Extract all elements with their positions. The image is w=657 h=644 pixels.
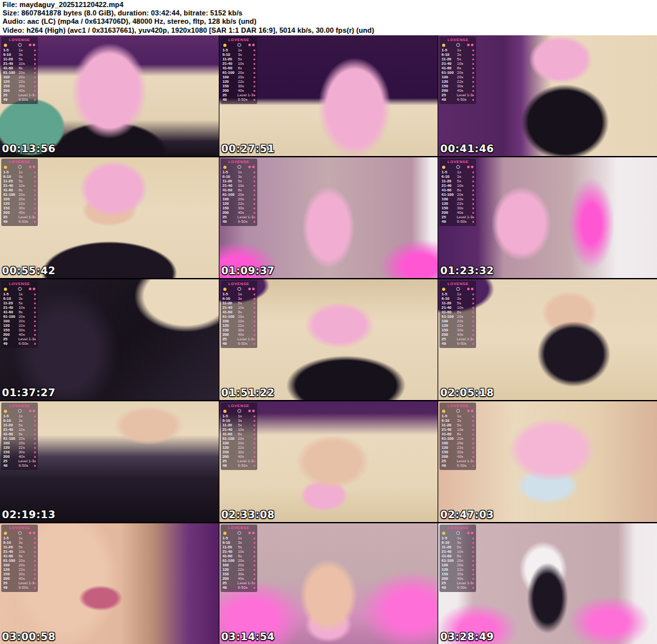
tip-duration: 22s bbox=[457, 202, 472, 206]
tip-menu-icons bbox=[442, 287, 474, 291]
tip-menu-row: 20040s bbox=[3, 455, 36, 459]
tip-amount: 21-40 bbox=[3, 62, 19, 66]
tip-menu-row: 61-10020s bbox=[223, 315, 255, 319]
vibration-level-icon bbox=[34, 578, 36, 580]
tip-amount: 200 bbox=[3, 89, 19, 93]
tip-duration: 10s bbox=[238, 62, 253, 66]
tip-amount: 61-100 bbox=[441, 71, 457, 75]
frame-timestamp: 02:47:03 bbox=[440, 509, 494, 521]
vibration-level-icon bbox=[34, 90, 36, 92]
tip-amount: 21-40 bbox=[441, 550, 457, 554]
tip-amount: 11-20 bbox=[3, 179, 19, 184]
tip-duration: 40s bbox=[19, 89, 34, 93]
tip-duration: 1s bbox=[457, 48, 472, 53]
vibration-level-icon bbox=[34, 465, 36, 467]
vibration-level-icon bbox=[253, 433, 255, 435]
tip-menu-row: 20040s bbox=[223, 333, 255, 337]
tip-menu-row: 10020s bbox=[223, 563, 255, 568]
vibration-level-icon bbox=[34, 67, 36, 69]
lovense-brand-label: LOVENSE bbox=[441, 404, 474, 408]
tip-amount: 25 bbox=[441, 459, 456, 464]
tip-duration: Level 1-3 bbox=[237, 337, 253, 342]
tip-duration: 5s bbox=[457, 545, 472, 550]
tip-menu-row: 496-50s bbox=[441, 342, 474, 346]
frame-timestamp: 00:27:51 bbox=[221, 143, 275, 155]
frame-timestamp: 01:51:22 bbox=[221, 387, 275, 399]
tip-duration: 40s bbox=[457, 89, 472, 93]
tip-menu-row: 496-50s bbox=[3, 342, 36, 346]
tip-duration: 6-50s bbox=[457, 464, 472, 468]
tip-menu-row: 25Level 1-3 bbox=[223, 215, 255, 220]
vibration-level-icon bbox=[253, 185, 255, 187]
vibration-level-icon bbox=[34, 429, 36, 431]
tip-menu-row: 61-10020s bbox=[3, 193, 36, 197]
tip-menu-row: 21-4010s bbox=[223, 306, 255, 310]
tip-amount: 150 bbox=[3, 572, 19, 577]
tip-menu-row: 10020s bbox=[441, 319, 474, 324]
tip-menu-row: 1-51s bbox=[223, 536, 255, 541]
vibration-level-icon bbox=[253, 420, 255, 422]
vibration-level-icon bbox=[253, 198, 255, 200]
tip-emoji-icon bbox=[442, 44, 445, 47]
tip-duration: 5s bbox=[457, 301, 472, 306]
vibration-level-icon bbox=[34, 298, 36, 300]
tip-menu-row: 25Level 1-3 bbox=[3, 337, 36, 342]
video-frame-thumbnail: LOVENSE 1-51s6-103s11-205s21-4010s41-608… bbox=[438, 35, 657, 156]
vibration-level-icon bbox=[472, 81, 474, 83]
tip-amount: 1-5 bbox=[223, 536, 238, 541]
tip-amount: 21-40 bbox=[223, 428, 238, 432]
tip-menu-row: 21-4010s bbox=[3, 62, 36, 66]
tip-menu-rows: 1-51s6-103s11-205s21-4010s41-608s61-1002… bbox=[3, 170, 36, 224]
tip-menu-rows: 1-51s6-103s11-205s21-4010s41-608s61-1002… bbox=[223, 48, 255, 102]
lovense-brand-label: LOVENSE bbox=[441, 526, 474, 530]
tip-duration: 30s bbox=[238, 572, 253, 577]
tip-amount: 11-20 bbox=[223, 301, 238, 306]
vibration-level-icon bbox=[472, 316, 474, 318]
tip-amount: 61-100 bbox=[3, 437, 19, 441]
tip-duration: 10s bbox=[19, 550, 34, 554]
tip-menu-row: 12022s bbox=[441, 202, 474, 206]
video-frame-thumbnail: LOVENSE 1-51s6-103s11-205s21-4010s41-608… bbox=[219, 401, 438, 522]
clock-icon bbox=[456, 287, 460, 291]
tip-emoji-icon bbox=[223, 410, 226, 413]
vibration-level-icon bbox=[34, 320, 36, 322]
tip-amount: 25 bbox=[223, 581, 237, 586]
tip-duration: 1s bbox=[238, 292, 253, 297]
vibration-level-icon bbox=[253, 560, 255, 562]
tip-menu-row: 25Level 1-3 bbox=[3, 581, 36, 586]
tip-duration: 10s bbox=[238, 550, 253, 554]
video-frame-thumbnail: LOVENSE 1-51s6-103s11-205s21-4010s41-608… bbox=[0, 279, 219, 400]
vibration-level-icon bbox=[34, 447, 36, 449]
tip-amount: 41-60 bbox=[223, 554, 238, 559]
tip-duration: 40s bbox=[19, 455, 34, 459]
tip-menu-row: 15030s bbox=[441, 84, 474, 89]
vibration-level-icon bbox=[253, 67, 255, 69]
vibration-level-icon bbox=[253, 221, 255, 223]
tip-amount: 49 bbox=[441, 342, 457, 346]
tip-duration: 5s bbox=[457, 179, 472, 184]
toy-level-icon bbox=[33, 410, 35, 412]
vibration-level-icon bbox=[34, 438, 36, 440]
tip-menu-row: 496-50s bbox=[441, 98, 474, 102]
vibration-level-icon bbox=[34, 203, 36, 205]
tip-duration: 40s bbox=[238, 455, 253, 459]
vibration-level-icon bbox=[472, 180, 474, 182]
tip-amount: 21-40 bbox=[3, 184, 19, 188]
tip-duration: 3s bbox=[457, 541, 472, 545]
tip-menu-row: 1-51s bbox=[441, 170, 474, 175]
vibration-level-icon bbox=[472, 194, 474, 196]
vibration-level-icon bbox=[472, 451, 474, 453]
tip-duration: 5s bbox=[457, 57, 472, 62]
tip-menu-overlay: LOVENSE 1-51s6-103s11-205s21-4010s41-608… bbox=[1, 159, 38, 226]
vibration-level-icon bbox=[253, 189, 255, 191]
tip-amount: 200 bbox=[223, 577, 238, 581]
tip-menu-row: 41-608s bbox=[441, 310, 474, 315]
clock-icon bbox=[237, 43, 241, 47]
tip-amount: 11-20 bbox=[223, 423, 238, 428]
tip-menu-overlay: LOVENSE 1-51s6-103s11-205s21-4010s41-608… bbox=[221, 525, 257, 592]
tip-menu-row: 1-51s bbox=[223, 170, 255, 175]
tip-duration: 10s bbox=[457, 428, 472, 432]
vibration-level-icon bbox=[34, 176, 36, 178]
tip-amount: 150 bbox=[3, 450, 19, 455]
tip-duration: 3s bbox=[457, 175, 472, 179]
